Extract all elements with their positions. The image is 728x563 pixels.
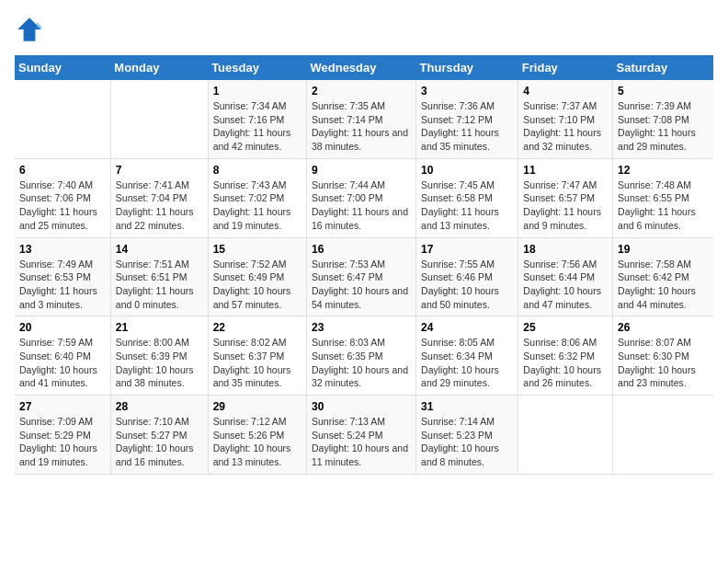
weekday-header-saturday: Saturday	[613, 55, 713, 80]
weekday-header-tuesday: Tuesday	[208, 55, 306, 80]
day-info: Sunrise: 7:45 AM Sunset: 6:58 PM Dayligh…	[421, 178, 513, 233]
calendar-cell	[613, 396, 713, 475]
calendar-cell: 10Sunrise: 7:45 AM Sunset: 6:58 PM Dayli…	[416, 158, 518, 237]
calendar-cell: 21Sunrise: 8:00 AM Sunset: 6:39 PM Dayli…	[110, 316, 208, 396]
day-info: Sunrise: 7:59 AM Sunset: 6:40 PM Dayligh…	[19, 336, 106, 390]
day-number: 10	[421, 164, 513, 177]
day-number: 27	[19, 400, 106, 413]
day-number: 31	[421, 400, 513, 413]
weekday-header-row: SundayMondayTuesdayWednesdayThursdayFrid…	[15, 55, 713, 80]
calendar-cell: 16Sunrise: 7:53 AM Sunset: 6:47 PM Dayli…	[306, 237, 415, 316]
calendar-cell: 28Sunrise: 7:10 AM Sunset: 5:27 PM Dayli…	[110, 396, 208, 475]
calendar-cell: 1Sunrise: 7:34 AM Sunset: 7:16 PM Daylig…	[208, 80, 306, 158]
week-row-0: 1Sunrise: 7:34 AM Sunset: 7:16 PM Daylig…	[15, 80, 713, 158]
day-number: 26	[618, 321, 709, 334]
calendar-cell: 11Sunrise: 7:47 AM Sunset: 6:57 PM Dayli…	[518, 158, 613, 237]
calendar-cell: 30Sunrise: 7:13 AM Sunset: 5:24 PM Dayli…	[306, 396, 415, 475]
day-info: Sunrise: 7:58 AM Sunset: 6:42 PM Dayligh…	[618, 258, 709, 312]
day-number: 13	[19, 243, 106, 256]
calendar-cell: 23Sunrise: 8:03 AM Sunset: 6:35 PM Dayli…	[306, 316, 415, 396]
day-number: 4	[523, 85, 608, 98]
calendar-cell: 14Sunrise: 7:51 AM Sunset: 6:51 PM Dayli…	[110, 237, 208, 316]
day-number: 28	[116, 400, 203, 413]
day-info: Sunrise: 7:56 AM Sunset: 6:44 PM Dayligh…	[523, 258, 608, 312]
calendar-cell: 24Sunrise: 8:05 AM Sunset: 6:34 PM Dayli…	[416, 316, 518, 396]
day-info: Sunrise: 7:35 AM Sunset: 7:14 PM Dayligh…	[312, 99, 411, 154]
day-info: Sunrise: 7:55 AM Sunset: 6:46 PM Dayligh…	[421, 258, 513, 312]
day-info: Sunrise: 7:48 AM Sunset: 6:55 PM Dayligh…	[618, 178, 709, 233]
day-info: Sunrise: 7:09 AM Sunset: 5:29 PM Dayligh…	[19, 415, 106, 469]
day-number: 5	[618, 85, 709, 98]
day-number: 24	[421, 321, 513, 334]
calendar-cell	[110, 80, 208, 158]
calendar-cell: 27Sunrise: 7:09 AM Sunset: 5:29 PM Dayli…	[15, 396, 110, 475]
week-row-4: 27Sunrise: 7:09 AM Sunset: 5:29 PM Dayli…	[15, 396, 713, 475]
day-info: Sunrise: 7:47 AM Sunset: 6:57 PM Dayligh…	[523, 178, 608, 233]
calendar-cell: 26Sunrise: 8:07 AM Sunset: 6:30 PM Dayli…	[613, 316, 713, 396]
day-info: Sunrise: 7:41 AM Sunset: 7:04 PM Dayligh…	[116, 178, 203, 233]
calendar-cell: 9Sunrise: 7:44 AM Sunset: 7:00 PM Daylig…	[306, 158, 415, 237]
calendar-cell: 19Sunrise: 7:58 AM Sunset: 6:42 PM Dayli…	[613, 237, 713, 316]
day-info: Sunrise: 8:03 AM Sunset: 6:35 PM Dayligh…	[312, 336, 411, 390]
calendar-cell: 15Sunrise: 7:52 AM Sunset: 6:49 PM Dayli…	[208, 237, 306, 316]
day-number: 16	[312, 243, 411, 256]
day-number: 6	[19, 164, 106, 177]
day-info: Sunrise: 7:49 AM Sunset: 6:53 PM Dayligh…	[19, 258, 106, 312]
day-info: Sunrise: 7:53 AM Sunset: 6:47 PM Dayligh…	[312, 258, 411, 312]
day-number: 1	[213, 85, 301, 98]
day-number: 18	[523, 243, 608, 256]
weekday-header-sunday: Sunday	[15, 55, 110, 80]
day-number: 29	[213, 400, 301, 413]
calendar-cell: 2Sunrise: 7:35 AM Sunset: 7:14 PM Daylig…	[306, 80, 415, 158]
weekday-header-monday: Monday	[110, 55, 208, 80]
day-info: Sunrise: 7:44 AM Sunset: 7:00 PM Dayligh…	[312, 178, 411, 233]
day-number: 23	[312, 321, 411, 334]
day-info: Sunrise: 7:39 AM Sunset: 7:08 PM Dayligh…	[618, 99, 709, 154]
page-header	[15, 15, 713, 44]
day-info: Sunrise: 7:13 AM Sunset: 5:24 PM Dayligh…	[312, 415, 411, 469]
calendar-cell: 12Sunrise: 7:48 AM Sunset: 6:55 PM Dayli…	[613, 158, 713, 237]
day-number: 17	[421, 243, 513, 256]
day-info: Sunrise: 7:37 AM Sunset: 7:10 PM Dayligh…	[523, 99, 608, 154]
day-info: Sunrise: 7:34 AM Sunset: 7:16 PM Dayligh…	[213, 99, 301, 154]
calendar-cell: 31Sunrise: 7:14 AM Sunset: 5:23 PM Dayli…	[416, 396, 518, 475]
calendar-cell: 29Sunrise: 7:12 AM Sunset: 5:26 PM Dayli…	[208, 396, 306, 475]
calendar-cell: 8Sunrise: 7:43 AM Sunset: 7:02 PM Daylig…	[208, 158, 306, 237]
day-info: Sunrise: 7:12 AM Sunset: 5:26 PM Dayligh…	[213, 415, 301, 469]
day-number: 21	[116, 321, 203, 334]
calendar-cell: 5Sunrise: 7:39 AM Sunset: 7:08 PM Daylig…	[613, 80, 713, 158]
calendar-cell: 13Sunrise: 7:49 AM Sunset: 6:53 PM Dayli…	[15, 237, 110, 316]
day-number: 12	[618, 164, 709, 177]
weekday-header-friday: Friday	[518, 55, 613, 80]
day-number: 8	[213, 164, 301, 177]
calendar-cell: 7Sunrise: 7:41 AM Sunset: 7:04 PM Daylig…	[110, 158, 208, 237]
day-number: 14	[116, 243, 203, 256]
day-info: Sunrise: 8:05 AM Sunset: 6:34 PM Dayligh…	[421, 336, 513, 390]
calendar-cell	[518, 396, 613, 475]
week-row-1: 6Sunrise: 7:40 AM Sunset: 7:06 PM Daylig…	[15, 158, 713, 237]
svg-marker-0	[17, 17, 41, 41]
day-number: 20	[19, 321, 106, 334]
calendar-cell: 22Sunrise: 8:02 AM Sunset: 6:37 PM Dayli…	[208, 316, 306, 396]
week-row-3: 20Sunrise: 7:59 AM Sunset: 6:40 PM Dayli…	[15, 316, 713, 396]
day-number: 22	[213, 321, 301, 334]
weekday-header-wednesday: Wednesday	[306, 55, 415, 80]
day-number: 3	[421, 85, 513, 98]
week-row-2: 13Sunrise: 7:49 AM Sunset: 6:53 PM Dayli…	[15, 237, 713, 316]
calendar-cell: 25Sunrise: 8:06 AM Sunset: 6:32 PM Dayli…	[518, 316, 613, 396]
day-number: 19	[618, 243, 709, 256]
logo	[15, 15, 48, 44]
calendar-cell: 18Sunrise: 7:56 AM Sunset: 6:44 PM Dayli…	[518, 237, 613, 316]
calendar-cell: 17Sunrise: 7:55 AM Sunset: 6:46 PM Dayli…	[416, 237, 518, 316]
day-number: 11	[523, 164, 608, 177]
day-info: Sunrise: 7:51 AM Sunset: 6:51 PM Dayligh…	[116, 258, 203, 312]
calendar-cell: 3Sunrise: 7:36 AM Sunset: 7:12 PM Daylig…	[416, 80, 518, 158]
day-info: Sunrise: 8:00 AM Sunset: 6:39 PM Dayligh…	[116, 336, 203, 390]
logo-icon	[15, 15, 44, 44]
day-number: 2	[312, 85, 411, 98]
day-info: Sunrise: 7:52 AM Sunset: 6:49 PM Dayligh…	[213, 258, 301, 312]
day-info: Sunrise: 8:07 AM Sunset: 6:30 PM Dayligh…	[618, 336, 709, 390]
calendar-table: SundayMondayTuesdayWednesdayThursdayFrid…	[15, 55, 713, 475]
day-number: 15	[213, 243, 301, 256]
day-info: Sunrise: 8:06 AM Sunset: 6:32 PM Dayligh…	[523, 336, 608, 390]
